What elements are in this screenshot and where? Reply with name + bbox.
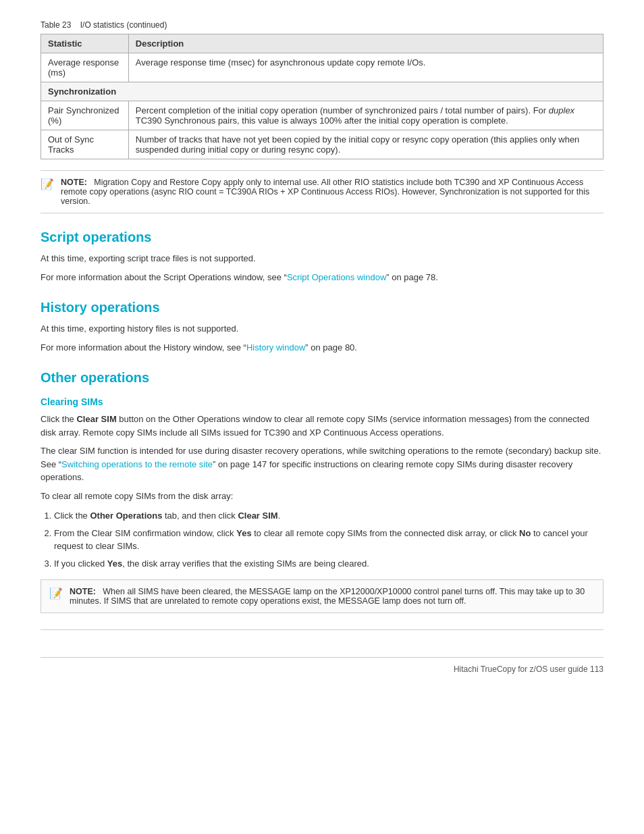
table-row: Average response (ms) Average response t…	[41, 53, 603, 82]
other-operations-intro2: The clear SIM function is intended for u…	[41, 444, 603, 484]
history-window-link[interactable]: History window	[246, 342, 305, 353]
table-row: Out of Sync Tracks Number of tracks that…	[41, 130, 603, 159]
clearing-sims-steps: Click the Other Operations tab, and then…	[54, 509, 603, 570]
list-item: From the Clear SIM confirmation window, …	[54, 527, 603, 553]
other-operations-intro3: To clear all remote copy SIMs from the d…	[41, 490, 603, 503]
bottom-note-text: When all SIMS have been cleared, the MES…	[70, 587, 585, 606]
script-operations-para1: At this time, exporting script trace fil…	[41, 252, 603, 265]
note-content: NOTE: Migration Copy and Restore Copy ap…	[61, 178, 603, 206]
footer-text: Hitachi TrueCopy for z/OS user guide 113	[454, 664, 603, 674]
stats-table: Statistic Description Average response (…	[41, 34, 603, 159]
other-operations-heading: Other operations	[41, 370, 603, 386]
stat-cell: Pair Synchronized (%)	[41, 101, 129, 130]
switching-operations-link[interactable]: Switching operations to the remote site	[61, 459, 213, 469]
table-title: I/O statistics (continued)	[80, 20, 167, 30]
other-operations-intro1: Click the Clear SIM button on the Other …	[41, 413, 603, 439]
col-header-description: Description	[128, 34, 603, 53]
list-item: Click the Other Operations tab, and then…	[54, 509, 603, 523]
section-header-sync: Synchronization	[41, 82, 603, 101]
history-operations-heading: History operations	[41, 300, 603, 315]
bottom-note-icon: 📝	[49, 587, 64, 600]
stat-cell: Average response (ms)	[41, 53, 129, 82]
clearing-sims-subheading: Clearing SIMs	[41, 396, 603, 407]
page-footer: Hitachi TrueCopy for z/OS user guide 113	[41, 657, 603, 674]
desc-cell: Average response time (msec) for asynchr…	[128, 53, 603, 82]
note-label: NOTE:	[61, 178, 87, 187]
desc-cell: Number of tracks that have not yet been …	[128, 130, 603, 159]
bottom-note-label: NOTE:	[70, 587, 96, 596]
col-header-statistic: Statistic	[41, 34, 129, 53]
desc-cell: Percent completion of the initial copy o…	[128, 101, 603, 130]
history-operations-para1: At this time, exporting history files is…	[41, 322, 603, 336]
section-divider	[41, 629, 603, 630]
table-label: Table 23	[41, 20, 71, 30]
note-icon: 📝	[41, 178, 55, 190]
bottom-note-content: NOTE: When all SIMS have been cleared, t…	[70, 587, 595, 606]
note-text: Migration Copy and Restore Copy apply on…	[61, 178, 589, 206]
stat-cell: Out of Sync Tracks	[41, 130, 129, 159]
table-row: Pair Synchronized (%) Percent completion…	[41, 101, 603, 130]
main-note-box: 📝 NOTE: Migration Copy and Restore Copy …	[41, 170, 603, 213]
script-operations-heading: Script operations	[41, 230, 603, 245]
list-item: If you clicked Yes, the disk array verif…	[54, 557, 603, 571]
table-row-section: Synchronization	[41, 82, 603, 101]
history-operations-para2: For more information about the History w…	[41, 341, 603, 355]
bottom-note-box: 📝 NOTE: When all SIMS have been cleared,…	[41, 579, 603, 613]
table-caption: Table 23 I/O statistics (continued)	[41, 20, 603, 30]
script-operations-link[interactable]: Script Operations window	[287, 272, 386, 282]
script-operations-para2: For more information about the Script Op…	[41, 271, 603, 284]
